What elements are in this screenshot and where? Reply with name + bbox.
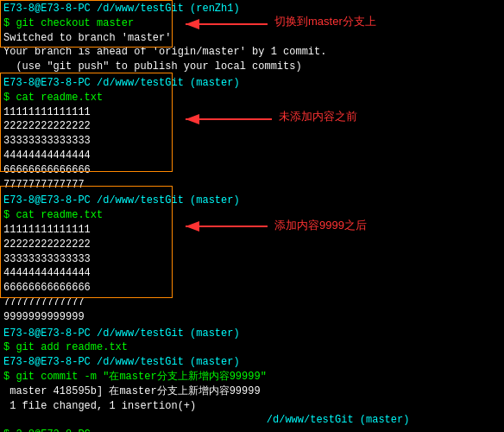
path-line-4: E73-8@E73-8-PC /d/www/testGit (master) bbox=[3, 327, 501, 341]
file-line-2b: 22222222222222 bbox=[3, 238, 501, 252]
file-line-1a: 11111111111111 bbox=[3, 105, 501, 120]
file-line-3b: 33333333333333 bbox=[3, 252, 501, 267]
file-line-5b: 66666666666666 bbox=[3, 281, 501, 295]
output-use-push: (use "git push" to publish your local co… bbox=[3, 60, 501, 74]
annotation-2: 未添加内容之前 bbox=[279, 109, 357, 124]
file-line-2a: 22222222222222 bbox=[3, 119, 501, 134]
output-ahead: Your branch is ahead of 'origin/master' … bbox=[3, 45, 501, 60]
file-line-3a: 33333333333333 bbox=[3, 134, 501, 149]
path-line-3: E73-8@E73-8-PC /d/www/testGit (master) bbox=[3, 194, 501, 208]
commit-output-1: master 418595b] 在master分支上新增内容99999 bbox=[3, 384, 501, 399]
file-line-6b: 7777777777777 bbox=[3, 295, 501, 310]
final-prompt: $ 3-8@E73-8-PC bbox=[3, 428, 501, 432]
output-switched: Switched to branch 'master' bbox=[3, 31, 501, 46]
path-1: E73-8@E73-8-PC /d/www/testGit (renZh1) bbox=[3, 3, 240, 15]
file-line-5a: 66666666666666 bbox=[3, 163, 501, 178]
commit-output-2: 1 file changed, 1 insertion(+) bbox=[3, 399, 501, 414]
file-line-6a: 7777777777777 bbox=[3, 178, 501, 193]
file-line-4a: 44444444444444 bbox=[3, 149, 501, 163]
path-line-5: E73-8@E73-8-PC /d/www/testGit (master) bbox=[3, 355, 501, 370]
terminal-window: E73-8@E73-8-PC /d/www/testGit (renZh1) $… bbox=[0, 0, 504, 432]
annotation-1: 切换到master分支上 bbox=[274, 14, 376, 29]
path-center-line: /d/www/testGit (master) bbox=[3, 413, 501, 428]
file-line-4b: 44444444444444 bbox=[3, 266, 501, 281]
cmd-line-1: $ git checkout master bbox=[3, 16, 501, 31]
file-line-7b: 9999999999999 bbox=[3, 310, 501, 325]
file-line-1b: 11111111111111 bbox=[3, 223, 501, 238]
terminal-content: E73-8@E73-8-PC /d/www/testGit (renZh1) $… bbox=[0, 0, 504, 432]
path-line-2: E73-8@E73-8-PC /d/www/testGit (master) bbox=[3, 76, 501, 91]
cmd-line-5: $ git commit -m "在master分支上新增内容99999" bbox=[3, 370, 501, 384]
annotation-3: 添加内容9999之后 bbox=[274, 218, 367, 233]
prompt-line-1: E73-8@E73-8-PC /d/www/testGit (renZh1) bbox=[3, 2, 501, 16]
cmd-line-3: $ cat readme.txt bbox=[3, 208, 501, 223]
cmd-line-2: $ cat readme.txt bbox=[3, 91, 501, 105]
cmd-line-4: $ git add readme.txt bbox=[3, 340, 501, 355]
